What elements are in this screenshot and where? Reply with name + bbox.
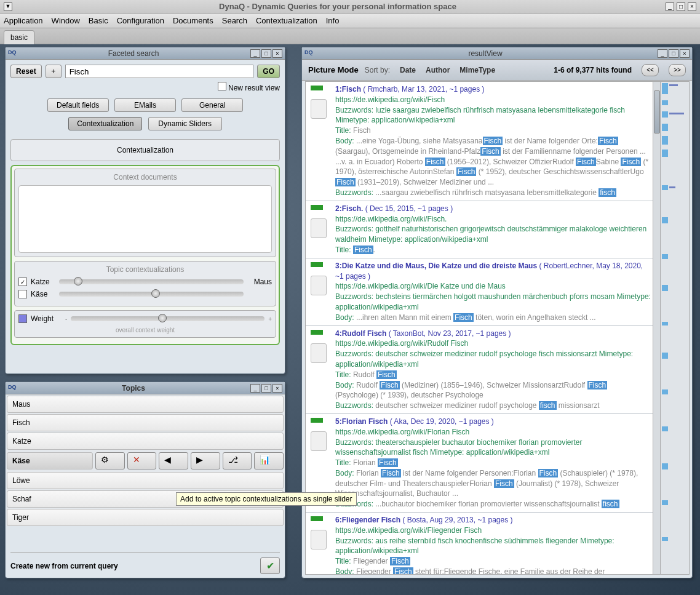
relevance-badge: [311, 262, 323, 267]
slider-right-icon[interactable]: ▶: [191, 452, 220, 469]
result-title: resultView: [314, 49, 656, 58]
menu-search[interactable]: Search: [222, 16, 247, 25]
minimize-icon[interactable]: _: [250, 49, 260, 58]
new-result-checkbox[interactable]: [218, 82, 226, 90]
contextualization-mode-button[interactable]: Contextualization: [68, 117, 142, 130]
reset-button[interactable]: Reset: [10, 65, 42, 78]
slider1-left: Katze: [31, 278, 55, 286]
maximize-icon[interactable]: □: [677, 2, 685, 11]
result-item[interactable]: 5:Florian Fisch ( Aka, Dec 19, 2020, ~1 …: [306, 414, 656, 513]
topic-item-kaese[interactable]: Käse: [7, 452, 93, 469]
slider2-checkbox[interactable]: [18, 290, 27, 298]
weight-track[interactable]: [71, 316, 264, 321]
confirm-icon[interactable]: ✔: [260, 557, 280, 574]
topic-item-maus[interactable]: Maus: [7, 396, 284, 413]
maximize-icon[interactable]: □: [261, 384, 271, 393]
minimize-icon[interactable]: _: [666, 2, 674, 11]
minimize-icon[interactable]: _: [658, 49, 667, 58]
search-input[interactable]: [65, 65, 254, 78]
close-icon[interactable]: ×: [688, 2, 696, 11]
create-from-query-label: Create new from current query: [10, 562, 260, 570]
slider2-left: Käse: [31, 290, 55, 298]
topic-item-loewe[interactable]: Löwe: [7, 472, 284, 489]
document-icon: [311, 530, 327, 549]
weight-minus[interactable]: -: [65, 316, 67, 322]
document-icon: [311, 276, 327, 295]
topic-list: Maus Fisch Katze Käse ⚙ ✕ ◀ ▶ ⎇ 📊 Löwe S…: [6, 396, 285, 526]
document-icon: [311, 99, 327, 119]
app-title: DynaQ - Dynamic Queries for your persona…: [12, 2, 663, 11]
chart-icon[interactable]: 📊: [254, 452, 284, 469]
result-item[interactable]: 6:Fliegender Fisch ( Bosta, Aug 29, 2013…: [306, 513, 656, 575]
result-item[interactable]: 1:Fisch ( Rmcharb, Mar 13, 2021, ~1 page…: [306, 82, 656, 201]
context-frame: Context documents Topic contextualizatio…: [10, 165, 280, 345]
emails-button[interactable]: EMails: [114, 98, 176, 112]
sort-date[interactable]: Date: [400, 66, 416, 74]
go-button[interactable]: GO: [257, 65, 280, 78]
slider1-thumb[interactable]: [74, 277, 82, 286]
picture-mode-button[interactable]: Picture Mode: [308, 65, 359, 74]
close-icon[interactable]: ×: [272, 384, 282, 393]
dq-icon: DQ: [304, 49, 314, 58]
tooltip: Add to active topic contextualizations a…: [176, 492, 357, 506]
maximize-icon[interactable]: □: [261, 49, 271, 58]
result-item[interactable]: 2:Fisch. ( Dec 15, 2015, ~1 pages )https…: [306, 201, 656, 258]
prev-page-button[interactable]: <<: [642, 64, 659, 76]
faceted-body: Reset + GO New result view Default field…: [6, 60, 285, 350]
branch-icon[interactable]: ⎇: [223, 452, 252, 469]
menu-configuration[interactable]: Configuration: [117, 16, 164, 25]
weight-caption: overall context weight: [18, 327, 272, 333]
relevance-badge: [311, 516, 323, 521]
general-button[interactable]: General: [181, 98, 243, 112]
context-docs-area[interactable]: [18, 185, 272, 253]
results-list: 1:Fisch ( Rmcharb, Mar 13, 2021, ~1 page…: [305, 81, 656, 575]
topic-ctx-label: Topic contextualizations: [18, 265, 272, 274]
minimize-icon[interactable]: _: [250, 384, 260, 393]
slider2-track[interactable]: [59, 292, 244, 297]
relevance-badge: [311, 86, 323, 90]
menu-application[interactable]: Application: [4, 16, 43, 25]
section-label: Contextualization: [15, 143, 276, 157]
menu-basic[interactable]: Basic: [89, 16, 108, 25]
default-fields-button[interactable]: Default fields: [47, 98, 109, 112]
maximize-icon[interactable]: □: [669, 49, 678, 58]
result-header: Picture Mode Sort by: Date Author MimeTy…: [302, 60, 692, 81]
topic-item-fisch[interactable]: Fisch: [7, 414, 284, 431]
slider-left-icon[interactable]: ◀: [159, 452, 188, 469]
add-term-button[interactable]: +: [46, 65, 62, 78]
result-item[interactable]: 4:Rudolf Fisch ( TaxonBot, Nov 23, 2017,…: [306, 326, 656, 414]
menu-info[interactable]: Info: [326, 16, 340, 25]
results-minimap[interactable]: [660, 81, 690, 575]
slider2-thumb[interactable]: [151, 289, 160, 298]
slider1-checkbox[interactable]: ✓: [18, 278, 27, 286]
topic-item-katze[interactable]: Katze: [7, 433, 284, 450]
dynamic-sliders-mode-button[interactable]: Dynamic Sliders: [148, 117, 222, 130]
scrollbar-thumb[interactable]: [654, 90, 660, 134]
menubar: Application Window Basic Configuration D…: [0, 14, 700, 28]
menu-documents[interactable]: Documents: [173, 16, 213, 25]
sort-mimetype[interactable]: MimeType: [459, 66, 495, 74]
faceted-title: Faceted search: [18, 49, 249, 58]
result-item[interactable]: 3:Die Katze und die Maus, Die Katze und …: [306, 258, 656, 326]
contextualization-section: Contextualization: [10, 139, 280, 161]
weight-thumb[interactable]: [158, 314, 167, 322]
close-icon[interactable]: ×: [680, 49, 690, 58]
slider1-track[interactable]: [59, 279, 244, 284]
new-result-label: New result view: [228, 84, 280, 92]
delete-icon[interactable]: ✕: [127, 452, 157, 469]
weight-color-icon: [18, 314, 27, 323]
topic-item-tiger[interactable]: Tiger: [7, 509, 284, 526]
tab-basic[interactable]: basic: [4, 30, 34, 44]
app-icon: ▼: [4, 2, 12, 11]
menu-window[interactable]: Window: [52, 16, 80, 25]
topics-title: Topics: [18, 384, 249, 393]
weight-label: Weight: [31, 314, 62, 323]
menu-contextualization[interactable]: Contextualization: [256, 16, 317, 25]
weight-plus[interactable]: +: [268, 316, 272, 322]
close-icon[interactable]: ×: [272, 49, 282, 58]
relevance-badge: [311, 205, 323, 210]
sort-author[interactable]: Author: [426, 66, 450, 74]
desktop: DQ Faceted search _ □ × Reset + GO New r…: [0, 44, 700, 595]
gear-icon[interactable]: ⚙: [95, 452, 125, 469]
next-page-button[interactable]: >>: [669, 64, 686, 76]
